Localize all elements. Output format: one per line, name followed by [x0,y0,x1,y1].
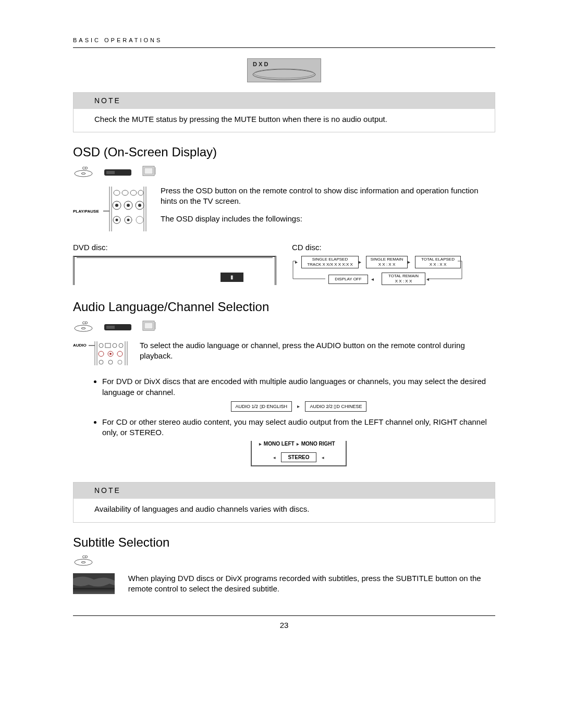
dvd-osd-indicator-icon: ▮ [221,273,243,282]
svg-point-56 [108,360,113,364]
dvd-column: DVD disc: ▮ [73,242,276,287]
svg-point-57 [118,360,122,364]
subtitle-icon-row: CD [73,555,495,569]
note-body: Check the MUTE status by pressing the MU… [74,109,495,132]
subtitle-scene-image [73,573,115,594]
cd-disc-icon: CD [73,166,94,180]
svg-point-51 [99,351,104,356]
chip-mono-left: MONO LEFT [264,440,295,448]
arrow-icon [337,441,339,447]
chip-audio-english: AUDIO 1/2 ▯D ENGLISH [231,401,292,412]
chip-audio-chinese: AUDIO 2/2 ▯D CHINESE [305,401,366,412]
svg-point-55 [99,360,103,364]
svg-point-34 [75,325,92,331]
cd-disc-label: CD disc: [292,242,495,253]
osd-text: Press the OSD button on the remote contr… [161,186,495,232]
dvd-osd-diagram: ▮ [73,256,276,285]
svg-text:PLAY/PAUSE: PLAY/PAUSE [73,209,99,214]
svg-point-25 [127,204,130,207]
divx-logo-image: D X D [247,58,321,82]
svg-point-32 [136,216,143,224]
note-label: NOTE [74,483,495,499]
cd-osd-diagram: SINGLE ELAPSED TRACK X X/X X X X:X X ▸ ▸… [292,256,495,287]
arrow-icon: ▸ [297,403,300,410]
audio-icon-row: CD [73,320,495,336]
note-body: Availability of languages and audio chan… [74,499,495,522]
osd-para1: Press the OSD button on the remote contr… [161,186,495,207]
svg-text:CD: CD [82,555,88,559]
svg-point-53 [109,353,112,355]
cd-column: CD disc: SINGLE ELAPSED TRACK X X/X X X … [292,242,495,287]
audio-bullet-list: For DVD or DivX discs that are encoded w… [92,376,495,475]
audio-intro-text: To select the audio language or channel,… [140,340,495,369]
remote-playpause-icon: PLAY/PAUSE [73,186,151,235]
cd-disc-icon: CD [73,555,94,569]
svg-point-27 [138,204,141,207]
section-heading-osd: OSD (On-Screen Display) [73,144,495,161]
page-footer: 23 [73,615,495,631]
svg-point-47 [99,343,103,348]
audio-bullet-1: For DVD or DivX discs that are encoded w… [102,376,495,412]
top-image-row: D X D [73,58,495,85]
remote-audio-icon: AUDIO [73,340,130,369]
note-label: NOTE [74,93,495,109]
audio-remote-and-text: AUDIO To select the audio languag [73,340,495,369]
subtitle-body-text: When playing DVD discs or DivX programs … [128,573,495,595]
page-number: 23 [280,621,289,630]
arrow-icon: ◂ [322,455,324,460]
stereo-diagram: ▸ MONO LEFT ▸ MONO RIGHT ◂ STEREO ◂ [251,441,347,466]
osd-icon-row: CD [73,165,495,181]
arrow-icon: ◂ [273,455,276,460]
svg-point-23 [115,204,118,207]
running-header: BASIC OPERATIONS [73,36,495,48]
tv-device-icon [142,165,157,181]
svg-point-49 [113,343,117,348]
svg-rect-39 [144,323,153,329]
section-heading-audio: Audio Language/Channel Selection [73,299,495,315]
osd-display-columns: DVD disc: ▮ CD disc: SINGLE ELAPSED TRAC… [73,242,495,287]
note-box-mute: NOTE Check the MUTE status by pressing t… [73,92,495,132]
svg-point-18 [114,190,120,195]
audio-bullet-2: For CD or other stereo audio content, yo… [102,417,495,475]
svg-rect-8 [106,171,115,174]
section-heading-subtitle: Subtitle Selection [73,534,495,551]
svg-point-59 [75,559,92,565]
svg-text:CD: CD [82,321,88,325]
svg-point-31 [127,218,130,221]
svg-text:D  X D: D X D [253,61,268,67]
note-box-availability: NOTE Availability of languages and audio… [73,482,495,522]
player-device-icon [103,321,132,335]
player-device-icon [103,166,132,180]
svg-text:CD: CD [82,166,88,170]
svg-point-20 [130,190,137,195]
svg-point-21 [138,190,143,195]
svg-point-54 [117,351,123,356]
audio-intro: To select the audio language or channel,… [140,340,495,362]
osd-para2: The OSD display includes the followings: [161,214,495,224]
arrow-icon: ▸ [259,441,262,447]
svg-point-6 [81,172,85,174]
svg-point-29 [116,218,118,221]
svg-point-5 [75,170,92,177]
svg-rect-10 [144,168,153,174]
chip-stereo: STEREO [281,452,316,463]
subtitle-graphic-row: When playing DVD discs or DivX programs … [73,573,495,595]
svg-point-50 [119,343,123,348]
svg-point-60 [81,561,85,563]
arrow-icon: ▸ [297,441,299,447]
cd-disc-icon: CD [73,321,94,335]
tv-device-icon [142,320,157,336]
svg-point-19 [122,190,128,195]
chip-mono-right: MONO RIGHT [301,440,335,448]
audio-language-diagram: AUDIO 1/2 ▯D ENGLISH ▸ AUDIO 2/2 ▯D CHIN… [102,401,495,412]
manual-page: BASIC OPERATIONS D X D NOTE Check the MU… [0,0,563,728]
svg-text:AUDIO: AUDIO [73,343,87,348]
dvd-disc-label: DVD disc: [73,242,276,253]
svg-rect-48 [105,343,111,348]
svg-point-35 [81,327,85,329]
osd-remote-and-text: PLAY/PAUSE [73,186,495,235]
svg-rect-37 [106,326,115,329]
